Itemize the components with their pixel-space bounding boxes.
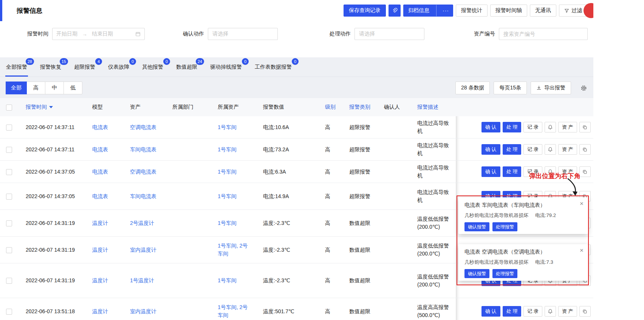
- cell-owner-asset-link[interactable]: 1号车间, 2号车间: [218, 304, 248, 318]
- bell-icon-button[interactable]: [545, 122, 556, 132]
- confirm-button[interactable]: 确 认: [481, 166, 500, 177]
- handle-alarm-button[interactable]: 处理报警: [492, 222, 517, 231]
- cell-model-link[interactable]: 电流表: [92, 146, 108, 152]
- handle-button[interactable]: 处 理: [503, 144, 522, 155]
- tab[interactable]: 报警恢复 15: [39, 57, 62, 77]
- row-checkbox[interactable]: [6, 247, 12, 253]
- row-checkbox[interactable]: [6, 220, 12, 226]
- tab[interactable]: 数值超限 24: [175, 57, 198, 77]
- row-checkbox[interactable]: [6, 194, 12, 200]
- cell-model-link[interactable]: 温度计: [92, 247, 108, 253]
- handle-button[interactable]: 处 理: [503, 166, 522, 177]
- cell-asset-link[interactable]: 2号温度计: [130, 220, 154, 226]
- copy-icon-button[interactable]: [579, 144, 591, 155]
- confirm-button[interactable]: 确 认: [481, 144, 500, 155]
- severity-filter-button[interactable]: 中: [45, 82, 64, 94]
- row-checkbox[interactable]: [6, 309, 12, 315]
- cell-owner-asset-link[interactable]: 1号车间: [218, 124, 237, 130]
- bell-icon-button[interactable]: [545, 306, 556, 317]
- cell-model-link[interactable]: 温度计: [92, 308, 108, 314]
- ellipsis-icon[interactable]: ···: [439, 5, 453, 16]
- cell-owner-asset-link[interactable]: 1号车间, 2号车间: [218, 243, 248, 257]
- save-query-button[interactable]: 保存查询记录: [344, 5, 386, 17]
- tab[interactable]: 全部报警 28: [5, 57, 28, 77]
- attachment-button[interactable]: [389, 5, 401, 17]
- copy-icon-button[interactable]: [579, 306, 591, 317]
- row-checkbox[interactable]: [6, 169, 12, 175]
- cell-asset-link[interactable]: 空调电流表: [130, 169, 156, 175]
- cell-asset-link[interactable]: 车间电流表: [130, 193, 156, 199]
- asset-button[interactable]: 资 产: [558, 122, 577, 132]
- row-checkbox[interactable]: [6, 278, 12, 284]
- cell-owner-asset-link[interactable]: 1号车间: [218, 193, 237, 199]
- cell-owner-asset-link[interactable]: 1号车间: [218, 220, 237, 226]
- cell-owner-asset-link[interactable]: 1号车间: [218, 146, 237, 152]
- asset-button[interactable]: 资 产: [558, 306, 577, 317]
- tab[interactable]: 工作表数据报警 0: [254, 57, 293, 77]
- tab-count-badge: 15: [60, 58, 68, 65]
- cell-model-link[interactable]: 电流表: [92, 169, 108, 175]
- cell-department: [166, 183, 212, 210]
- severity-filter-button[interactable]: 全部: [6, 82, 27, 94]
- alarm-stats-button[interactable]: 报警统计: [456, 5, 488, 17]
- cell-level: 高: [319, 263, 343, 298]
- cell-alarm-value: 温度:-2.3℃: [257, 210, 319, 237]
- tab[interactable]: 驱动掉线报警 0: [209, 57, 243, 77]
- copy-icon-button[interactable]: [579, 166, 591, 177]
- copy-icon-button[interactable]: [579, 122, 591, 132]
- handle-action-select[interactable]: 请选择: [355, 28, 424, 40]
- close-icon[interactable]: ×: [580, 247, 584, 254]
- severity-filter-button[interactable]: 低: [63, 82, 82, 94]
- cell-model-link[interactable]: 温度计: [92, 277, 108, 283]
- record-button[interactable]: 记 录: [523, 144, 542, 155]
- asset-button[interactable]: 资 产: [558, 144, 577, 155]
- confirm-button[interactable]: 确 认: [481, 122, 500, 132]
- archive-button[interactable]: 归档信息 ···: [403, 5, 453, 17]
- col-header-category[interactable]: 报警类别: [343, 98, 378, 116]
- handle-button[interactable]: 处 理: [503, 306, 522, 317]
- cell-model-link[interactable]: 电流表: [92, 193, 108, 199]
- alarm-time-filter: 报警时间 开始日期 → 结束日期: [22, 28, 145, 40]
- cell-level: 高: [319, 138, 343, 161]
- severity-filter-button[interactable]: 高: [26, 82, 45, 94]
- tab[interactable]: 超限报警 4: [73, 57, 96, 77]
- page-size-select[interactable]: 每页15条: [494, 82, 527, 94]
- cell-description: 温度低低报警 (200.0℃): [411, 210, 456, 237]
- col-header-description[interactable]: 报警描述: [411, 98, 456, 116]
- gear-icon[interactable]: [580, 85, 587, 92]
- cell-asset-link[interactable]: 室内温度计: [130, 247, 156, 253]
- caret-down-icon: [49, 106, 53, 108]
- cell-asset-link[interactable]: 室内温度计: [130, 308, 156, 314]
- confirm-alarm-button[interactable]: 确认报警: [464, 222, 489, 231]
- row-checkbox[interactable]: [6, 147, 12, 153]
- handle-alarm-button[interactable]: 处理报警: [492, 269, 517, 278]
- cell-asset-link[interactable]: 车间电流表: [130, 146, 156, 152]
- cell-asset-link[interactable]: 1号温度计: [130, 277, 154, 283]
- export-button[interactable]: 导出报警: [531, 82, 571, 94]
- cell-owner-asset-link[interactable]: 1号车间: [218, 277, 237, 283]
- row-checkbox[interactable]: [6, 125, 12, 131]
- no-comm-button[interactable]: 无通讯: [530, 5, 556, 17]
- select-all-checkbox[interactable]: [6, 105, 12, 111]
- cell-model-link[interactable]: 温度计: [92, 220, 108, 226]
- cell-owner-asset-link[interactable]: 1号车间: [218, 169, 237, 175]
- bell-icon-button[interactable]: [545, 144, 556, 155]
- tab[interactable]: 其他报警 0: [141, 57, 164, 77]
- cell-asset-link[interactable]: 空调电流表: [130, 124, 156, 130]
- close-icon[interactable]: ×: [580, 200, 584, 207]
- alarm-timeline-button[interactable]: 报警时间轴: [490, 5, 527, 17]
- record-button[interactable]: 记 录: [523, 122, 542, 132]
- confirm-alarm-button[interactable]: 确认报警: [464, 269, 489, 278]
- col-header-alarm-time[interactable]: 报警时间: [20, 98, 86, 116]
- col-header-level[interactable]: 级别: [319, 98, 343, 116]
- cell-level: 高: [319, 116, 343, 138]
- cell-model-link[interactable]: 电流表: [92, 124, 108, 130]
- filter-button[interactable]: 过滤: [559, 5, 587, 17]
- asset-no-input[interactable]: [499, 28, 588, 40]
- confirm-action-select[interactable]: 请选择: [208, 28, 278, 40]
- record-button[interactable]: 记 录: [523, 306, 542, 317]
- handle-button[interactable]: 处 理: [503, 122, 522, 132]
- confirm-button[interactable]: 确 认: [481, 306, 500, 317]
- alarm-time-range-picker[interactable]: 开始日期 → 结束日期: [52, 28, 145, 40]
- tab[interactable]: 仪表故障 0: [107, 57, 130, 77]
